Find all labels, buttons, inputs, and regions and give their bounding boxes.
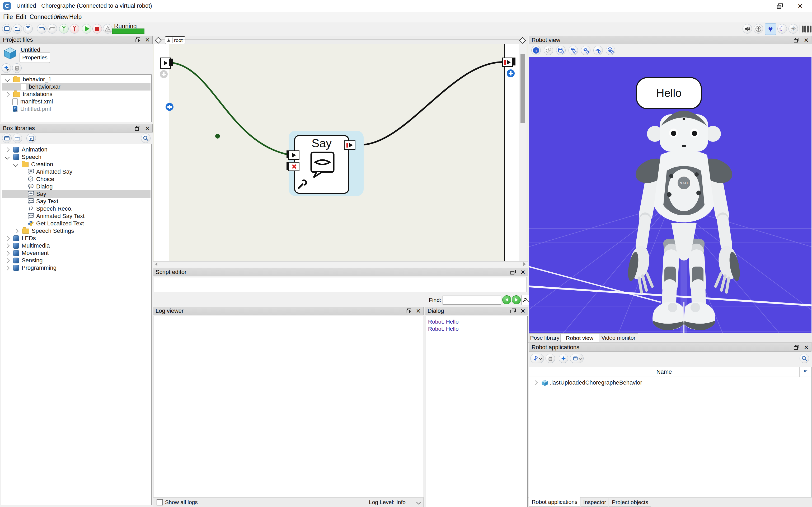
application-options-button[interactable] <box>570 354 584 363</box>
tree-item-behavior-xar[interactable]: behavior.xar <box>2 83 151 91</box>
tree-item-behavior-1[interactable]: behavior_1 <box>2 76 151 83</box>
save-box-library-button[interactable] <box>26 133 36 143</box>
chevron-down-icon[interactable] <box>417 500 421 505</box>
close-panel-icon[interactable]: × <box>804 345 809 350</box>
tree-item-speech-settings[interactable]: Speech Settings <box>2 227 151 235</box>
float-panel-icon[interactable] <box>794 345 799 350</box>
run-application-button[interactable] <box>530 354 544 363</box>
search-applications-button[interactable] <box>800 354 809 363</box>
new-project-button[interactable] <box>2 24 12 34</box>
say-output-port[interactable] <box>344 140 356 150</box>
tab-robot-view[interactable]: Robot view <box>560 333 599 343</box>
chevron-right-icon[interactable] <box>5 266 9 270</box>
stop-button[interactable] <box>93 24 102 34</box>
robot-hide-joints-button[interactable] <box>569 46 578 55</box>
close-panel-icon[interactable]: × <box>521 308 525 314</box>
dialog-content[interactable]: Robot: Hello Robot: Hello <box>425 316 528 507</box>
undo-button[interactable] <box>37 24 47 34</box>
chevron-down-icon[interactable] <box>13 162 18 167</box>
tree-item-speech[interactable]: Speech <box>2 153 151 161</box>
close-panel-icon[interactable]: × <box>145 126 150 131</box>
close-panel-icon[interactable]: × <box>804 38 809 43</box>
close-button[interactable]: × <box>790 0 810 12</box>
find-previous-button[interactable] <box>502 295 511 304</box>
tab-video-monitor[interactable]: Video monitor <box>599 333 638 342</box>
connect-button[interactable] <box>59 24 69 34</box>
menu-help[interactable]: Help <box>69 13 82 20</box>
search-box-button[interactable] <box>141 133 151 143</box>
chevron-right-icon[interactable] <box>5 243 9 248</box>
close-panel-icon[interactable]: × <box>416 308 421 314</box>
float-panel-icon[interactable] <box>135 126 140 131</box>
wake-up-button[interactable]: ♥ <box>765 23 776 35</box>
scroll-left-arrow[interactable] <box>155 262 157 266</box>
say-input-port[interactable] <box>288 151 300 160</box>
redo-button[interactable] <box>48 24 57 34</box>
volume-button[interactable] <box>743 24 752 34</box>
add-content-button[interactable] <box>2 63 11 73</box>
say-stop-port[interactable] <box>288 162 300 171</box>
flow-canvas[interactable]: Say <box>153 44 528 261</box>
table-header[interactable]: Name <box>529 367 800 377</box>
debug-button[interactable] <box>103 24 112 34</box>
float-panel-icon[interactable] <box>510 308 516 313</box>
add-output-button[interactable] <box>507 69 515 77</box>
tree-item-movement[interactable]: Movement <box>2 249 151 257</box>
table-header-marker[interactable] <box>799 367 811 377</box>
tree-item-programming[interactable]: Programming <box>2 264 151 272</box>
wire-midpoint-dot[interactable] <box>215 134 220 138</box>
chevron-right-icon[interactable] <box>533 380 538 385</box>
float-panel-icon[interactable] <box>135 38 140 42</box>
tree-item-animation[interactable]: Animation <box>2 146 151 153</box>
tree-item-choice[interactable]: ? Choice <box>2 175 151 183</box>
menu-edit[interactable]: Edit <box>16 13 26 20</box>
log-viewer-content[interactable] <box>153 316 423 497</box>
behavior-output-port[interactable] <box>502 58 513 67</box>
tab-pose-library[interactable]: Pose library <box>529 333 560 342</box>
root-tab[interactable]: root <box>165 36 185 45</box>
float-panel-icon[interactable] <box>510 270 516 275</box>
tree-item-sensing[interactable]: Sensing <box>2 257 151 264</box>
tree-item-say-text[interactable]: Say Text <box>2 198 151 205</box>
tree-item-say[interactable]: Say <box>2 190 151 198</box>
find-input[interactable] <box>443 296 501 304</box>
chevron-right-icon[interactable] <box>5 251 9 256</box>
chevron-right-icon[interactable] <box>5 92 9 97</box>
tree-item-animated-say-text[interactable]: Animated Say Text <box>2 213 151 220</box>
robot-3d-viewport[interactable]: NAO Hello <box>529 57 811 333</box>
minimize-button[interactable] <box>750 0 769 12</box>
properties-button[interactable]: Properties <box>19 52 50 63</box>
scroll-right-arrow[interactable] <box>523 262 526 266</box>
menu-file[interactable]: File <box>3 13 13 20</box>
say-box[interactable]: Say <box>294 135 349 194</box>
tab-robot-applications[interactable]: Robot applications <box>529 497 581 507</box>
tab-inspector[interactable]: Inspector <box>581 498 608 507</box>
chevron-down-icon[interactable] <box>5 155 9 159</box>
robot-hide-body-button[interactable] <box>556 46 565 55</box>
restore-button[interactable] <box>770 0 790 12</box>
log-level-value[interactable]: Info <box>396 499 405 505</box>
tree-item-manifest[interactable]: manifest.xml <box>2 98 151 105</box>
robot-info-button[interactable]: i <box>531 46 541 55</box>
play-button[interactable] <box>82 24 91 34</box>
tree-item-translations[interactable]: translations <box>2 91 151 98</box>
robot-follow-button[interactable] <box>544 46 553 55</box>
add-input-button[interactable] <box>166 103 173 111</box>
tab-project-objects[interactable]: Project objects <box>609 498 651 507</box>
stiffness-button[interactable] <box>754 24 763 34</box>
wrench-icon[interactable] <box>297 179 308 189</box>
tree-item-animated-say[interactable]: Animated Say <box>2 168 151 175</box>
add-input-button-disabled[interactable] <box>160 70 168 78</box>
rest-button[interactable]: ☾ <box>777 24 787 34</box>
tree-item-creation[interactable]: Creation <box>2 161 151 168</box>
tree-item-leds[interactable]: LEDs <box>2 235 151 242</box>
chevron-down-icon[interactable] <box>5 77 9 82</box>
autonomous-life-button[interactable]: ☀ <box>789 24 798 34</box>
chevron-right-icon[interactable] <box>5 147 9 152</box>
tree-item-get-localized-text[interactable]: Get Localized Text <box>2 220 151 227</box>
open-project-button[interactable] <box>13 24 22 34</box>
chevron-right-icon[interactable] <box>14 229 18 233</box>
close-panel-icon[interactable]: × <box>521 270 525 275</box>
canvas-hscrollbar[interactable] <box>153 261 528 267</box>
show-all-logs-label[interactable]: Show all logs <box>165 499 198 505</box>
